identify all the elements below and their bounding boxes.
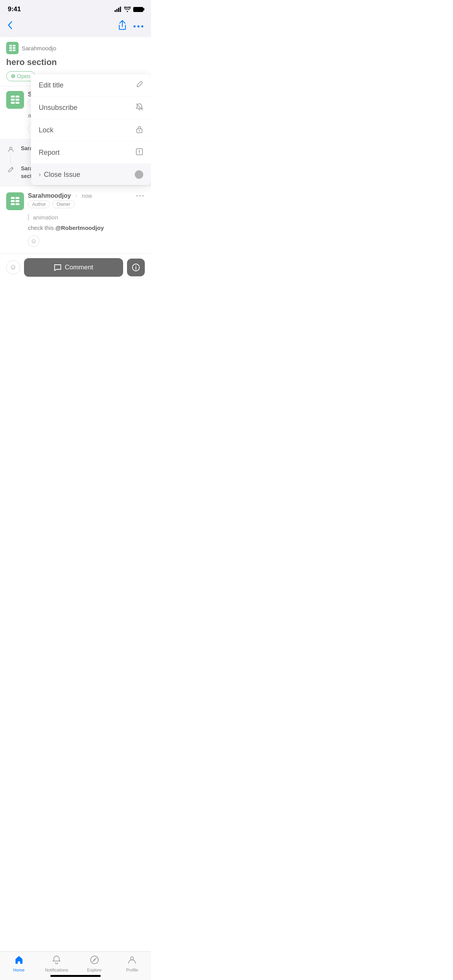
- info-icon: [132, 263, 140, 272]
- status-icons: [115, 7, 143, 12]
- dropdown-close-issue[interactable]: › Close Issue: [31, 164, 151, 185]
- svg-rect-7: [9, 47, 12, 49]
- svg-rect-25: [15, 203, 19, 205]
- quote-text: animation: [33, 214, 58, 221]
- second-comment-author-row: Sarahmoodjoy · now •••: [28, 192, 145, 199]
- svg-rect-24: [11, 203, 15, 205]
- edit-icon: [136, 81, 143, 90]
- main-content: Sarahmoodjo hero section Open: [0, 37, 151, 281]
- second-comment-dot: ·: [76, 192, 77, 199]
- comment-label: Comment: [65, 264, 93, 271]
- info-button[interactable]: [127, 259, 145, 276]
- share-button[interactable]: [118, 20, 127, 33]
- unsubscribe-label: Unsubscribe: [39, 104, 77, 112]
- issue-author-row: Sarahmoodjo: [6, 42, 145, 54]
- bell-off-icon: [136, 103, 143, 113]
- emoji-toolbar-btn[interactable]: ☺: [6, 260, 20, 274]
- dropdown-lock[interactable]: Lock: [31, 119, 151, 142]
- svg-rect-0: [115, 10, 116, 12]
- second-comment-badges: Author Owner: [28, 200, 145, 208]
- report-icon: [136, 148, 143, 158]
- svg-rect-17: [15, 102, 19, 104]
- nav-bar: •••: [0, 15, 151, 37]
- back-button[interactable]: [6, 19, 14, 33]
- close-issue-dot: [135, 170, 143, 179]
- second-comment-avatar: [6, 192, 24, 210]
- svg-rect-22: [11, 200, 15, 202]
- second-comment-body: check this @Robertmoodjoy ☺: [6, 224, 145, 247]
- issue-title: hero section: [6, 57, 145, 67]
- svg-rect-6: [13, 45, 15, 46]
- svg-rect-14: [11, 99, 15, 101]
- comment-button[interactable]: Comment: [24, 258, 123, 277]
- svg-rect-9: [9, 50, 12, 51]
- svg-rect-3: [120, 7, 121, 12]
- wifi-icon: [124, 7, 131, 12]
- second-comment-author: Sarahmoodjoy: [28, 192, 71, 199]
- close-chevron: ›: [39, 171, 41, 178]
- author-badge: Author: [28, 200, 50, 208]
- mention: @Robertmoodjoy: [55, 224, 104, 231]
- pencil-icon: [6, 165, 15, 174]
- author-avatar-small: [6, 42, 19, 54]
- second-comment-header: Sarahmoodjoy · now ••• Author Owner: [6, 192, 145, 210]
- svg-rect-23: [15, 200, 19, 202]
- bottom-toolbar: ☺ Comment: [0, 253, 151, 281]
- second-comment-quote: animation: [28, 214, 145, 221]
- lock-icon: [136, 125, 143, 135]
- svg-rect-13: [15, 96, 19, 98]
- battery-icon: [133, 7, 143, 12]
- second-comment-text: check this @Robertmoodjoy: [28, 224, 104, 231]
- second-comment-timestamp: now: [82, 193, 92, 199]
- second-comment-more[interactable]: •••: [136, 192, 145, 199]
- status-label: Open: [17, 73, 30, 79]
- open-dot: [11, 74, 15, 78]
- svg-rect-20: [11, 197, 15, 199]
- second-comment: Sarahmoodjoy · now ••• Author Owner anim…: [0, 186, 151, 253]
- svg-point-31: [139, 153, 140, 154]
- emoji-reaction-btn-2[interactable]: ☺: [28, 235, 39, 247]
- dropdown-unsubscribe[interactable]: Unsubscribe: [31, 97, 151, 119]
- svg-point-27: [136, 266, 136, 266]
- close-issue-label: › Close Issue: [39, 171, 80, 179]
- person-icon: [6, 145, 15, 154]
- second-comment-meta: Sarahmoodjoy · now ••• Author Owner: [28, 192, 145, 208]
- svg-rect-16: [11, 102, 15, 104]
- status-bar: 9:41: [0, 0, 151, 15]
- first-comment-avatar: [6, 91, 24, 109]
- author-logo-small: [8, 44, 17, 52]
- svg-rect-10: [13, 50, 15, 51]
- signal-icon: [115, 7, 122, 12]
- svg-rect-2: [118, 8, 119, 12]
- svg-rect-1: [117, 9, 118, 12]
- svg-rect-12: [11, 96, 15, 98]
- svg-rect-8: [13, 47, 15, 49]
- svg-point-18: [10, 147, 12, 149]
- more-options-button[interactable]: •••: [133, 22, 145, 31]
- second-comment-logo: [9, 195, 21, 207]
- dropdown-edit-title[interactable]: Edit title: [31, 74, 151, 97]
- comment-icon: [54, 264, 62, 271]
- lock-label: Lock: [39, 126, 53, 134]
- edit-title-label: Edit title: [39, 81, 63, 89]
- svg-rect-5: [9, 45, 12, 46]
- dropdown-menu[interactable]: Edit title Unsubscribe: [31, 74, 151, 185]
- nav-actions: •••: [118, 20, 145, 33]
- svg-rect-21: [15, 197, 19, 199]
- svg-rect-15: [15, 99, 19, 101]
- status-time: 9:41: [8, 5, 21, 13]
- owner-badge-second: Owner: [52, 200, 74, 208]
- svg-point-29: [139, 130, 140, 132]
- issue-author-name: Sarahmoodjo: [22, 45, 56, 51]
- dropdown-report[interactable]: Report: [31, 142, 151, 164]
- first-comment-logo: [9, 94, 21, 106]
- report-label: Report: [39, 149, 60, 157]
